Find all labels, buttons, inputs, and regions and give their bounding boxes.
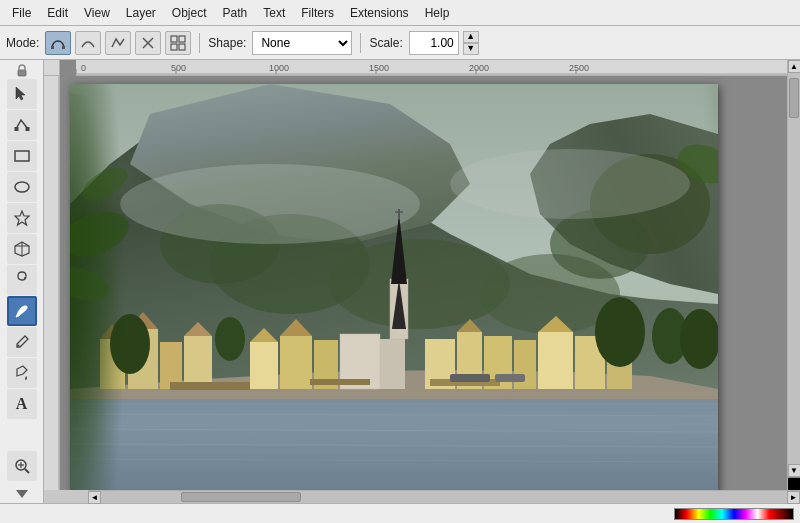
scroll-thumb-vertical[interactable] [789, 78, 799, 118]
svg-text:1000: 1000 [269, 63, 289, 73]
svg-rect-88 [450, 374, 490, 382]
tool-spiral-btn[interactable] [7, 265, 37, 295]
paraxial-icon [140, 35, 156, 51]
menu-text[interactable]: Text [255, 4, 293, 22]
tool-zoom-btn[interactable] [7, 451, 37, 481]
svg-rect-8 [18, 70, 26, 76]
menu-edit[interactable]: Edit [39, 4, 76, 22]
menu-file[interactable]: File [4, 4, 39, 22]
separator-2 [360, 33, 361, 53]
scale-label: Scale: [369, 36, 402, 50]
menu-help[interactable]: Help [417, 4, 458, 22]
tool-node-btn[interactable] [7, 110, 37, 140]
bspline-icon [80, 35, 96, 51]
bezier-icon [50, 35, 66, 51]
svg-rect-0 [51, 46, 54, 49]
color-spectrum-bar[interactable] [674, 508, 794, 520]
menu-extensions[interactable]: Extensions [342, 4, 417, 22]
scale-spinbuttons: ▲ ▼ [463, 31, 479, 55]
canvas-area[interactable]: 0 500 1000 1500 2000 2500 [44, 60, 787, 490]
selector-icon [13, 85, 31, 103]
mode-bspline-btn[interactable] [75, 31, 101, 55]
svg-rect-61 [160, 342, 182, 389]
tool-text-btn[interactable]: A [7, 389, 37, 419]
svg-rect-11 [15, 151, 29, 161]
svg-rect-73 [280, 336, 312, 389]
separator-1 [199, 33, 200, 53]
scroll-right-arrow[interactable]: ► [787, 491, 800, 504]
scale-decrement[interactable]: ▼ [463, 43, 479, 55]
right-scrollbar: ▲ ▼ [787, 60, 800, 490]
mode-straight-btn[interactable] [105, 31, 131, 55]
svg-text:2000: 2000 [469, 63, 489, 73]
tool-pencil-btn[interactable] [7, 296, 37, 326]
svg-rect-6 [171, 44, 177, 50]
scale-increment[interactable]: ▲ [463, 31, 479, 43]
menu-object[interactable]: Object [164, 4, 215, 22]
tool-fill-btn[interactable] [7, 358, 37, 388]
main-layout: A [0, 60, 800, 503]
tool-dropper-btn[interactable] [7, 327, 37, 357]
canvas-panel: 0 500 1000 1500 2000 2500 [44, 60, 800, 503]
extra-icon [170, 35, 186, 51]
svg-rect-71 [250, 342, 278, 389]
shape-select[interactable]: None Circle Square Triangle [252, 31, 352, 55]
color-swatch-area [674, 508, 794, 520]
svg-marker-22 [16, 490, 28, 498]
3dbox-icon [13, 240, 31, 258]
tool-selector-btn[interactable] [7, 79, 37, 109]
toolbar-expand-arrow[interactable] [12, 486, 32, 503]
scroll-track-vertical[interactable] [788, 73, 800, 464]
svg-rect-81 [538, 332, 573, 389]
rect-icon [13, 147, 31, 165]
tool-rect-btn[interactable] [7, 141, 37, 171]
dropper-icon [13, 333, 31, 351]
canvas-content [60, 76, 787, 490]
svg-text:500: 500 [171, 63, 186, 73]
menu-layer[interactable]: Layer [118, 4, 164, 22]
svg-point-91 [215, 317, 245, 361]
text-icon: A [16, 395, 28, 413]
tool-star-btn[interactable] [7, 203, 37, 233]
canvas-and-scrollbar: 0 500 1000 1500 2000 2500 [44, 60, 800, 490]
svg-rect-10 [25, 127, 29, 131]
tool-options-bar: Mode: Shape: None Circle [0, 26, 800, 60]
svg-rect-9 [14, 127, 18, 131]
scroll-down-arrow[interactable]: ▼ [788, 464, 801, 477]
scroll-left-arrow[interactable]: ◄ [88, 491, 101, 504]
scroll-track-horizontal[interactable] [101, 491, 787, 503]
fill-icon [13, 364, 31, 382]
svg-line-19 [25, 469, 29, 473]
svg-text:0: 0 [81, 63, 86, 73]
tool-ellipse-btn[interactable] [7, 172, 37, 202]
mode-bezier-btn[interactable] [45, 31, 71, 55]
scroll-thumb-horizontal[interactable] [181, 492, 301, 502]
straight-icon [110, 35, 126, 51]
menu-path[interactable]: Path [215, 4, 256, 22]
svg-text:1500: 1500 [369, 63, 389, 73]
left-toolbar: A [0, 60, 44, 503]
svg-rect-50 [70, 394, 718, 490]
canvas-image [70, 84, 718, 490]
svg-marker-13 [15, 211, 29, 225]
shape-label: Shape: [208, 36, 246, 50]
scroll-up-arrow[interactable]: ▲ [788, 60, 801, 73]
mode-paraxial-btn[interactable] [135, 31, 161, 55]
mode-extra-btn[interactable] [165, 31, 191, 55]
ruler-left [44, 76, 60, 490]
ruler-corner [44, 60, 60, 76]
svg-rect-65 [380, 339, 405, 389]
canvas-image-wrapper [70, 84, 718, 490]
menu-view[interactable]: View [76, 4, 118, 22]
menu-filters[interactable]: Filters [293, 4, 342, 22]
tool-3dbox-btn[interactable] [7, 234, 37, 264]
node-icon [13, 116, 31, 134]
svg-rect-4 [171, 36, 177, 42]
svg-point-17 [17, 345, 19, 347]
scale-input[interactable] [409, 31, 459, 55]
svg-point-12 [15, 182, 29, 192]
svg-rect-89 [495, 374, 525, 382]
svg-rect-85 [170, 382, 250, 390]
color-indicator [788, 477, 801, 490]
svg-rect-5 [179, 36, 185, 42]
